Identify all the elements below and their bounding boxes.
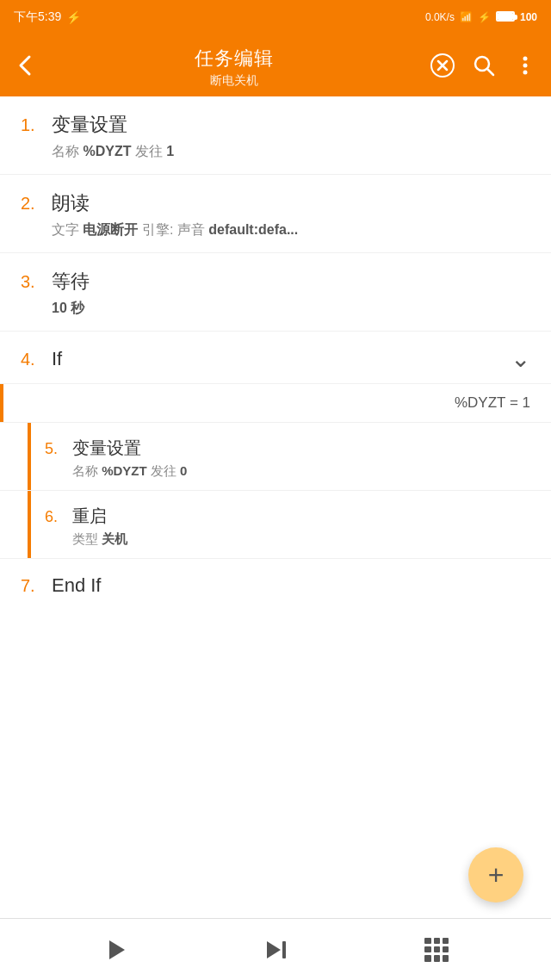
task-number-7: 7. <box>21 576 41 596</box>
more-button[interactable] <box>506 47 544 84</box>
header-actions <box>424 47 544 84</box>
grid-button[interactable] <box>424 938 449 962</box>
task-number-3: 3. <box>21 272 41 292</box>
battery-indicator <box>496 11 515 24</box>
svg-marker-8 <box>109 940 125 959</box>
wifi-icon: 📶 <box>460 11 473 23</box>
status-right: 0.0K/s 📶 ⚡ 100 <box>425 11 537 24</box>
task-name-7: End If <box>52 574 101 597</box>
nested-name-5: 变量设置 <box>72 437 141 460</box>
if-condition-row: %DYZT = 1 <box>0 384 551 423</box>
nested-number-5: 5. <box>45 440 64 458</box>
svg-rect-10 <box>282 941 286 958</box>
app-header: 任务编辑 断电关机 <box>0 34 551 96</box>
bottom-toolbar <box>0 918 551 980</box>
task-detail-3: 10 秒 <box>52 298 530 319</box>
task-detail-2: 文字 电源断开 引擎: 声音 default:defa... <box>52 220 530 240</box>
status-bar: 下午5:39 ⚡ 0.0K/s 📶 ⚡ 100 <box>0 0 551 34</box>
header-titles: 任务编辑 断电关机 <box>45 46 424 89</box>
add-fab[interactable]: + <box>468 847 523 902</box>
task-item-3[interactable]: 3. 等待 10 秒 <box>0 253 551 332</box>
play-button[interactable] <box>102 937 128 963</box>
page-title: 任务编辑 <box>195 46 274 71</box>
task-item-4[interactable]: 4. If ⌄ <box>0 332 551 384</box>
time-display: 下午5:39 <box>14 9 61 25</box>
task-item-5[interactable]: 5. 变量设置 名称 %DYZT 发往 0 <box>0 423 551 491</box>
network-speed: 0.0K/s <box>425 11 455 23</box>
task-name-4: If <box>52 348 62 370</box>
task-number-1: 1. <box>21 115 41 135</box>
svg-marker-9 <box>267 941 281 958</box>
svg-line-4 <box>487 69 493 75</box>
task-name-1: 变量设置 <box>52 112 127 138</box>
task-item-7[interactable]: 7. End If <box>0 559 551 612</box>
search-button[interactable] <box>465 47 503 84</box>
nested-name-6: 重启 <box>72 505 107 528</box>
nested-number-6: 6. <box>45 508 64 526</box>
close-button[interactable] <box>424 47 461 84</box>
add-icon: + <box>488 859 505 891</box>
flash-icon: ⚡ <box>66 10 81 24</box>
task-item-1[interactable]: 1. 变量设置 名称 %DYZT 发往 1 <box>0 96 551 175</box>
task-name-2: 朗读 <box>52 190 90 216</box>
task-number-4: 4. <box>21 350 41 369</box>
page-subtitle: 断电关机 <box>210 73 258 89</box>
battery-level: 100 <box>520 11 537 23</box>
nested-detail-6: 类型 关机 <box>72 531 537 548</box>
chevron-down-icon: ⌄ <box>511 347 530 371</box>
task-list: 1. 变量设置 名称 %DYZT 发往 1 2. 朗读 文字 电源断开 引擎: … <box>0 96 551 681</box>
nested-block: 5. 变量设置 名称 %DYZT 发往 0 6. 重启 类型 关机 <box>0 423 551 559</box>
charging-icon: ⚡ <box>478 11 491 23</box>
if-condition-text: %DYZT = 1 <box>455 394 530 412</box>
task-name-3: 等待 <box>52 269 90 295</box>
back-button[interactable] <box>7 47 45 84</box>
status-left: 下午5:39 ⚡ <box>14 9 81 25</box>
skip-button[interactable] <box>263 937 289 963</box>
task-detail-1: 名称 %DYZT 发往 1 <box>52 141 530 162</box>
grid-icon <box>424 938 449 962</box>
task-item-2[interactable]: 2. 朗读 文字 电源断开 引擎: 声音 default:defa... <box>0 175 551 253</box>
svg-point-7 <box>523 71 528 75</box>
svg-point-6 <box>523 64 528 68</box>
nested-detail-5: 名称 %DYZT 发往 0 <box>72 463 537 480</box>
task-item-6[interactable]: 6. 重启 类型 关机 <box>0 491 551 559</box>
svg-point-5 <box>523 57 528 61</box>
task-number-2: 2. <box>21 194 41 214</box>
